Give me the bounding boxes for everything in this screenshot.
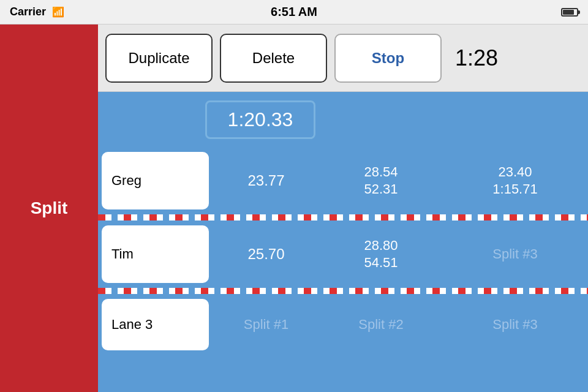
split1-cell-tim: 25.70 xyxy=(213,221,320,288)
table-row: Tim 25.70 28.80 54.51 Split #3 xyxy=(98,221,588,288)
split3-cell-greg: 23.40 1:15.71 xyxy=(442,147,588,214)
row-divider xyxy=(98,288,588,294)
sidebar-label: Split xyxy=(31,198,68,218)
duplicate-button[interactable]: Duplicate xyxy=(105,34,213,83)
split1-cell-greg: 23.77 xyxy=(213,147,320,214)
table-row: Greg 23.77 28.54 52.31 23.40 1:15.71 xyxy=(98,147,588,214)
name-cell-greg: Greg xyxy=(102,152,209,209)
name-cell-tim: Tim xyxy=(102,225,209,283)
split3-cell-tim: Split #3 xyxy=(442,221,588,288)
split3-cell-lane3: Split #3 xyxy=(442,294,588,355)
sidebar: Split xyxy=(0,24,98,392)
rows-area: Greg 23.77 28.54 52.31 23.40 1:15.71 xyxy=(98,147,588,392)
split2-cell-tim: 28.80 54.51 xyxy=(320,221,442,288)
name-cell-lane3: Lane 3 xyxy=(102,299,209,350)
split2-cell-lane3: Split #2 xyxy=(320,294,442,355)
content-area: Duplicate Delete Stop 1:28 1:20.33 Greg … xyxy=(98,24,588,392)
wifi-icon: 📶 xyxy=(52,6,64,18)
timer-value: 1:20.33 xyxy=(205,100,315,139)
elapsed-time: 1:28 xyxy=(455,45,498,71)
carrier-label: Carrier xyxy=(10,6,46,18)
delete-button[interactable]: Delete xyxy=(220,34,327,83)
timer-display: 1:20.33 xyxy=(98,92,588,147)
status-left: Carrier 📶 xyxy=(10,6,64,18)
status-time: 6:51 AM xyxy=(271,5,317,19)
status-bar: Carrier 📶 6:51 AM xyxy=(0,0,588,24)
battery-icon xyxy=(561,8,578,17)
row-divider xyxy=(98,214,588,221)
toolbar: Duplicate Delete Stop 1:28 xyxy=(98,24,588,92)
stop-button[interactable]: Stop xyxy=(334,34,442,83)
main-layout: Split Duplicate Delete Stop 1:28 1:20.33… xyxy=(0,24,588,392)
table-row: Lane 3 Split #1 Split #2 Split #3 xyxy=(98,294,588,355)
split1-cell-lane3: Split #1 xyxy=(213,294,320,355)
status-right xyxy=(561,8,578,17)
split2-cell-greg: 28.54 52.31 xyxy=(320,147,442,214)
